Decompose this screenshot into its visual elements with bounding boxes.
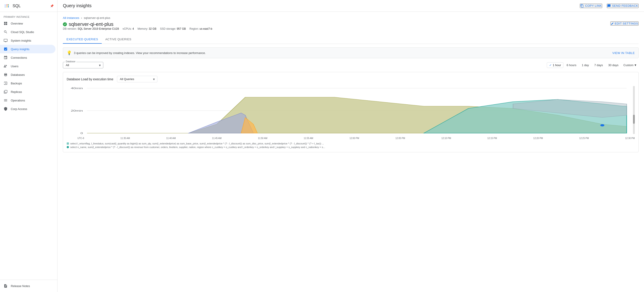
users-icon [4,64,8,68]
chart-area: 40min 20min 0 [67,86,635,139]
database-select-arrow: ▼ [98,63,101,67]
breadcrumb: All instances › sqlserver-qi-ent-plus [63,16,638,20]
time-filter-1day[interactable]: 1 day [580,63,591,68]
x-label-1215: 12:15 PM [487,137,497,139]
sidebar-item-replicas[interactable]: Replicas [0,87,56,96]
legend-item-1: select l_returnflag, l_linestatus, sum(c… [67,142,635,145]
sidebar-corp-access-label: Corp Access [11,107,27,111]
x-label-1205: 12:05 PM [396,137,405,139]
db-version-label: DB version: SQL Server 2019 Enterprise C… [63,27,119,30]
svg-text:0: 0 [80,132,83,134]
grid-icon [4,21,8,26]
sidebar-item-query-insights[interactable]: Query insights [0,45,56,53]
sidebar-query-insights-label: Query insights [11,48,30,51]
query-filter-value: All Queries [120,77,134,81]
svg-text:20min: 20min [71,109,83,112]
operations-icon [4,98,8,102]
chart-x-labels: UTC-8 11:35 AM 11:40 AM 11:45 AM 11:50 A… [67,137,635,139]
legend-text-1: select l_returnflag, l_linestatus, sum(c… [70,142,324,145]
chart-legend: select l_returnflag, l_linestatus, sum(c… [67,142,635,149]
legend-color-1 [67,142,69,145]
edit-settings-button[interactable]: EDIT SETTINGS [610,21,639,26]
x-label-1210: 12:10 PM [442,137,451,139]
sidebar-item-databases[interactable]: Databases [0,70,56,79]
sidebar-item-operations[interactable]: Operations [0,96,56,105]
corp-icon [4,107,8,111]
database-select-label: Database [65,60,76,63]
send-feedback-label: SEND FEEDBACK [612,4,638,8]
time-filter-custom[interactable]: Custom ▼ [622,63,638,68]
db-version-value: SQL Server 2019 Enterprise CU28 [78,27,119,30]
sidebar-users-label: Users [11,65,18,68]
time-filter-6hours[interactable]: 6 hours [564,63,578,68]
instance-name: sqlserver-qi-ent-plus [69,21,114,27]
svg-text:40min: 40min [71,87,83,90]
sidebar-system-insights-label: System insights [11,39,31,42]
database-select-value: All [66,63,69,67]
sidebar-header: SQL 📌 [0,0,57,12]
sidebar-release-notes-label: Release Notes [11,284,30,288]
instance-title-row: sqlserver-qi-ent-plus [63,21,212,27]
time-filter-7days-label: 7 days [594,63,603,67]
x-label-1150: 11:50 AM [258,137,267,139]
sidebar-item-cloud-sql-studio[interactable]: Cloud SQL Studio [0,28,56,36]
query-filter-select[interactable]: All Queries ▼ [117,76,158,82]
query-select-arrow-icon: ▼ [152,77,156,81]
ssd-label: SSD storage: 957 GB [160,27,186,30]
instance-header: sqlserver-qi-ent-plus DB version: SQL Se… [63,21,638,34]
time-filter-7days[interactable]: 7 days [592,63,605,68]
top-bar-actions: COPY LINK SEND FEEDBACK [580,4,638,8]
x-label-1225: 12:25 PM [579,137,589,139]
time-filter-1hour-label: 1 hour [552,63,561,67]
sidebar-item-users[interactable]: Users [0,62,56,70]
breadcrumb-parent[interactable]: All instances [63,16,79,20]
sidebar-overview-label: Overview [11,22,23,25]
send-feedback-button[interactable]: SEND FEEDBACK [607,4,638,8]
pin-icon[interactable]: 📌 [50,4,54,8]
chart-container: Database Load by execution time All Quer… [63,72,638,152]
legend-color-2 [67,146,69,148]
instance-meta: DB version: SQL Server 2019 Enterprise C… [63,27,212,30]
ssd-value: 957 GB [177,27,186,30]
sidebar: SQL 📌 Primary instance Overview Cloud SQ… [0,0,58,292]
chart-header: Database Load by execution time All Quer… [67,76,635,82]
sidebar-bottom: Release Notes [0,280,57,292]
copy-link-label: COPY LINK [585,4,602,8]
sidebar-item-corp-access[interactable]: Corp Access [0,105,56,113]
sidebar-item-system-insights[interactable]: System insights [0,36,56,45]
chart-data-point [600,124,604,126]
tab-executed-queries[interactable]: EXECUTED QUERIES [63,35,102,44]
copy-link-button[interactable]: COPY LINK [580,4,602,8]
time-filter-6hours-label: 6 hours [566,63,576,67]
chart-scrollbar[interactable] [633,86,635,134]
tab-active-queries[interactable]: ACTIVE QUERIES [102,35,135,44]
edit-icon [611,22,614,25]
sidebar-item-overview[interactable]: Overview [0,19,56,28]
database-select[interactable]: Database All ▼ [63,62,103,68]
info-banner: 💡 3 queries can be improved by creating … [63,48,638,58]
notes-icon [4,284,8,288]
controls-row: Database All ▼ ✓ 1 hour 6 hours 1 day 7 … [63,62,638,68]
x-label-1155: 11:55 AM [304,137,313,139]
time-filter-30days[interactable]: 30 days [606,63,621,68]
sidebar-item-connections[interactable]: Connections [0,53,56,62]
chart-title: Database Load by execution time [67,77,114,81]
content-area: All instances › sqlserver-qi-ent-plus sq… [58,12,644,292]
breadcrumb-current: sqlserver-qi-ent-plus [84,16,110,20]
time-filter-1hour[interactable]: ✓ 1 hour [547,62,564,68]
sidebar-item-backups[interactable]: Backups [0,79,56,87]
x-label-1220: 12:20 PM [533,137,543,139]
time-filters: ✓ 1 hour 6 hours 1 day 7 days 30 days Cu… [547,62,638,68]
sidebar-connections-label: Connections [11,56,27,59]
view-in-table-link[interactable]: VIEW IN TABLE [612,51,635,55]
edit-settings-label: EDIT SETTINGS [615,22,638,25]
backups-icon [4,81,8,85]
time-filter-1day-label: 1 day [582,63,589,67]
sidebar-operations-label: Operations [11,99,25,102]
info-banner-text: 3 queries can be improved by creating in… [74,51,610,55]
connections-icon [4,56,8,60]
info-icon: 💡 [67,50,72,55]
tabs: EXECUTED QUERIES ACTIVE QUERIES [63,35,638,44]
databases-icon [4,73,8,77]
sidebar-item-release-notes[interactable]: Release Notes [0,282,56,290]
